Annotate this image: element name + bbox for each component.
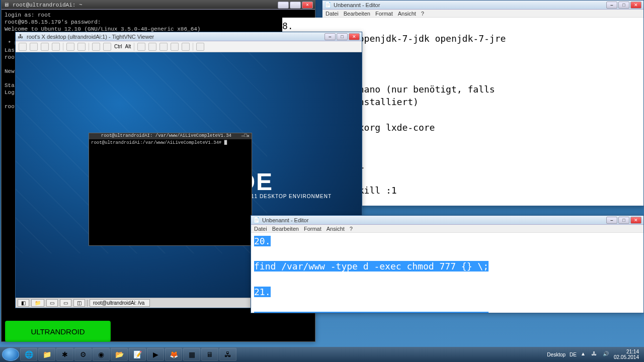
close-button[interactable]: ✕ [630,217,641,224]
firefox-icon[interactable]: 🦊 [165,348,182,361]
vnc-task-icon[interactable]: 🖧 [219,348,236,361]
menu-help[interactable]: ? [421,11,424,17]
tray-lang[interactable]: DE [570,352,577,357]
vnc-title: root's X desktop (ultrandroidAi:1) - Tig… [27,34,325,40]
menu-format[interactable]: Format [375,11,393,17]
remote-app-icon[interactable]: ▭ [46,299,58,307]
fullscreen-icon[interactable] [196,43,204,51]
menu-help[interactable]: ? [350,226,353,232]
notepad-window-1: 📄 Unbenannt - Editor ‒ □ ✕ Datei Bearbei… [322,0,644,206]
notepad-icon[interactable]: 📝 [129,348,146,361]
ctrl-toggle[interactable]: Ctrl [114,44,122,49]
remote-terminal-body[interactable]: root@ultrandroidAi:/var/www/AiLiveComple… [89,139,252,146]
app-icon[interactable]: ✱ [56,348,73,361]
tray-time[interactable]: 21:14 [614,349,639,354]
minimize-button[interactable]: ‒ [278,2,289,9]
mediaplayer-icon[interactable]: ▶ [147,348,164,361]
remote-terminal-window[interactable]: root@ultrandroidAI: /var/www/AiLiveCompl… [89,133,252,246]
cad-icon[interactable] [92,43,100,51]
minimize-button[interactable]: ‒ [606,217,617,224]
maximize-button[interactable]: □ [290,2,301,9]
remote-terminal-title: root@ultrandroidAI: /var/www/AiLiveCompl… [91,133,242,139]
zoom-out-icon[interactable] [159,43,168,51]
tray-volume-icon[interactable]: 🔊 [603,351,610,358]
notepad1-menubar: Datei Bearbeiten Format Ansicht ? [323,10,643,18]
tray-desktop-label[interactable]: Desktop [547,352,566,357]
start-button[interactable] [2,348,19,361]
tray-network-icon[interactable]: 🖧 [592,351,599,358]
ultrandroid-button[interactable]: ULTRANDROID [5,321,111,342]
minimize-button[interactable]: ‒ [325,33,336,40]
tray-flag-icon[interactable]: ▲ [581,351,588,358]
close-button[interactable]: ✕ [349,33,360,40]
notepad-window-2: 📄 Unbenannt - Editor ‒ □ ✕ Datei Bearbei… [251,215,644,313]
explorer-icon[interactable]: 📁 [38,348,55,361]
notepad-icon: 📄 [253,217,260,224]
notepad2-menubar: Datei Bearbeiten Format Ansicht ? [251,225,643,233]
menu-file[interactable]: Datei [326,11,339,17]
minimize-button[interactable]: ‒ [606,2,617,9]
notepad1-title: Unbenannt - Editor [334,2,606,8]
putty-task-icon[interactable]: 🖥 [201,348,218,361]
maximize-button[interactable]: □ [337,33,348,40]
maximize-button[interactable]: □ [618,217,629,224]
notepad1-titlebar[interactable]: 📄 Unbenannt - Editor ‒ □ ✕ [323,1,643,10]
options-icon[interactable] [41,43,49,51]
zoom-in-icon[interactable] [148,43,156,51]
steam-icon[interactable]: ◉ [93,348,110,361]
close-button[interactable]: ✕ [630,2,641,9]
vnc-icon: 🖧 [18,33,25,40]
putty-titlebar[interactable]: 🖥 root@ultrandroidAi: ~ ‒ □ ✕ [2,1,315,10]
info-icon[interactable] [52,43,60,51]
tray-date[interactable]: 02.05.2014 [614,354,639,360]
new-connection-icon[interactable] [19,43,27,51]
refresh-icon[interactable] [77,43,86,51]
remote-app-icon[interactable]: ▭ [60,299,71,307]
menu-format[interactable]: Format [304,226,321,232]
remote-filemanager-icon[interactable]: 📁 [31,299,44,307]
system-tray: Desktop DE ▲ 🖧 🔊 21:14 02.05.2014 [547,349,642,360]
putty-icon: 🖥 [4,2,11,9]
maximize-button[interactable]: □ [618,2,629,9]
vnc-toolbar: Ctrl Alt [16,41,362,52]
menu-view[interactable]: Ansicht [398,11,416,17]
pause-icon[interactable] [66,43,74,51]
keys-icon[interactable] [103,43,111,51]
menu-edit[interactable]: Bearbeiten [344,11,370,17]
menu-view[interactable]: Ansicht [327,226,345,232]
menu-file[interactable]: Datei [254,226,267,232]
zoom-100-icon[interactable] [171,43,179,51]
remote-desktop-switch-icon[interactable]: ◫ [73,299,85,307]
windows-taskbar: 🌐 📁 ✱ ⚙ ◉ 📂 📝 ▶ 🦊 ▦ 🖥 🖧 Desktop DE ▲ 🖧 🔊… [0,347,644,362]
close-button[interactable]: ✕ [302,2,313,9]
remote-task-item[interactable]: root@ultrandroidAi: /va [90,299,150,307]
notepad2-textarea[interactable]: 20. find /var/www -type d -exec chmod 77… [251,233,643,313]
menu-edit[interactable]: Bearbeiten [272,226,299,232]
app-icon[interactable]: ⚙ [74,348,92,361]
notepad-icon: 📄 [325,2,332,9]
app-icon[interactable]: ▦ [183,348,200,361]
zoom-auto-icon[interactable] [182,43,190,51]
putty-title: root@ultrandroidAi: ~ [13,2,278,8]
vnc-titlebar[interactable]: 🖧 root's X desktop (ultrandroidAi:1) - T… [16,32,362,41]
chrome-icon[interactable]: 🌐 [20,348,37,361]
remote-term-close[interactable]: ✕ [247,133,250,139]
save-icon[interactable] [30,43,38,51]
notepad2-title: Unbenannt - Editor [262,217,606,223]
remote-start-icon[interactable]: ◧ [18,299,29,307]
folder-icon[interactable]: 📂 [111,348,128,361]
notepad2-titlebar[interactable]: 📄 Unbenannt - Editor ‒ □ ✕ [251,216,643,225]
alt-toggle[interactable]: Alt [125,44,131,49]
transfer-icon[interactable] [137,43,145,51]
